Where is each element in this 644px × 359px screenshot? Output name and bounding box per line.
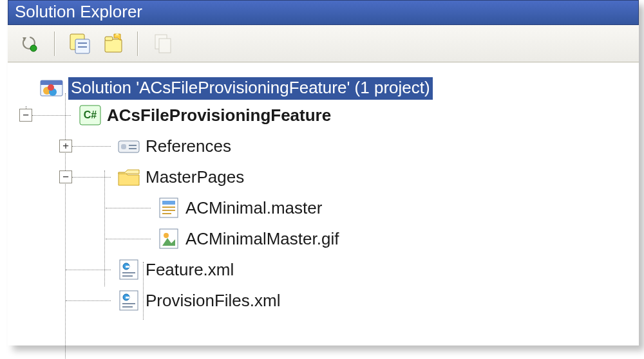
tree-view[interactable]: Solution 'ACsFileProvisioningFeature' (1… [8,62,639,345]
references-label: References [146,136,231,156]
svg-text:C#: C# [84,109,97,120]
refresh-icon [19,33,39,54]
show-all-files-button[interactable] [99,30,126,57]
svg-rect-6 [105,39,122,52]
csharp-project-icon: C# [79,104,102,127]
refresh-button[interactable] [15,30,43,57]
file-node-gif[interactable]: ACMinimalMaster.gif [8,223,639,254]
image-file-icon [157,227,180,250]
solution-node[interactable]: Solution 'ACsFileProvisioningFeature' (1… [8,73,639,104]
svg-point-29 [164,233,169,238]
svg-rect-11 [159,39,171,53]
solution-label: Solution 'ACsFileProvisioningFeature' (1… [68,77,433,100]
titlebar: Solution Explorer [8,0,639,25]
folder-label: MasterPages [146,167,244,187]
svg-rect-7 [105,37,113,41]
svg-point-16 [48,84,54,91]
solution-explorer-window: Solution Explorer [8,0,639,345]
svg-rect-24 [162,201,175,205]
copy-button[interactable] [149,30,176,57]
project-name: ACsFileProvisioningFeature [107,106,331,125]
file-label: ProvisionFiles.xml [146,291,281,311]
svg-rect-13 [41,80,62,85]
properties-icon [69,33,91,55]
xml-file-icon [117,258,140,281]
folder-node-masterpages[interactable]: − MasterPages [8,161,639,192]
references-node[interactable]: + References [8,131,639,161]
show-all-icon [101,33,123,55]
properties-button[interactable] [66,30,93,57]
file-node-feature[interactable]: Feature.xml [8,254,639,285]
toolbar [8,25,639,62]
file-label: Feature.xml [146,260,234,280]
svg-point-1 [30,45,37,51]
svg-rect-33 [126,266,129,268]
file-label: ACMinimalMaster.gif [185,229,339,249]
toolbar-separator [54,32,55,56]
window-title: Solution Explorer [15,2,142,21]
file-node-provision[interactable]: ProvisionFiles.xml [8,285,639,316]
file-node-master[interactable]: ACMinimal.master [8,192,639,223]
project-node[interactable]: − C# ACsFileProvisioningFeature [8,100,639,131]
svg-rect-38 [126,297,129,299]
folder-icon [117,165,140,189]
toolbar-separator [137,32,138,56]
file-label: ACMinimal.master [185,198,322,218]
references-icon [117,134,140,158]
svg-rect-20 [121,144,126,149]
solution-icon [40,77,63,100]
master-page-icon [157,196,180,219]
expander-collapse[interactable]: − [59,170,72,183]
expander-expand[interactable]: + [59,140,72,152]
copy-icon [153,33,173,54]
expander-collapse[interactable]: − [19,109,32,122]
xml-file-icon [117,289,140,312]
